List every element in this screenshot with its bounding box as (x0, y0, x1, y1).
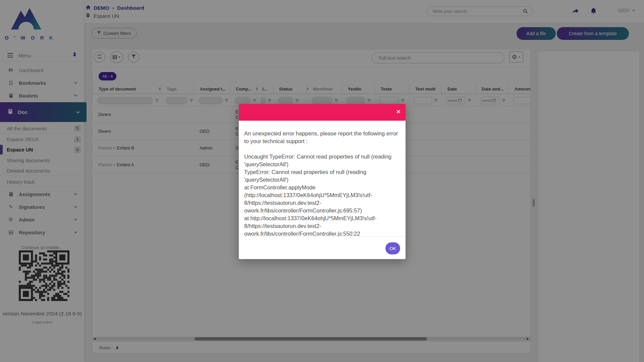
ok-button[interactable]: OK (385, 242, 400, 254)
error-message-line: at FormController.applyMode (http://loca… (244, 184, 400, 215)
error-message-line: Uncaught TypeError: Cannot read properti… (244, 153, 400, 168)
error-message: An unexpected error happens, please repo… (239, 121, 406, 238)
error-modal-header: × (239, 104, 406, 121)
error-message-line: An unexpected error happens, please repo… (244, 130, 400, 145)
error-message-line: TypeError: Cannot read properties of nul… (244, 168, 400, 184)
application-window: DEMO > Dashboard Espace UN GED (0, 0, 644, 362)
error-message-line: at http://localhost:1337/0eK64ohjU*5MmEY… (244, 215, 400, 238)
error-modal-footer: OK (239, 236, 406, 259)
error-modal: × An unexpected error happens, please re… (239, 104, 406, 259)
close-icon[interactable]: × (396, 108, 400, 115)
error-message-line (244, 145, 400, 153)
